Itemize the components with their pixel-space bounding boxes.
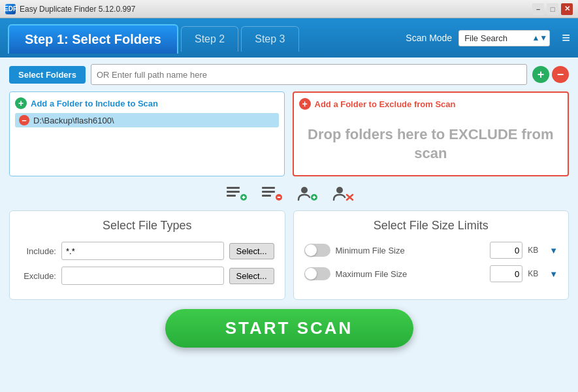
add-exclude-label: Add a Folder to Exclude from Scan xyxy=(315,99,456,109)
svg-rect-5 xyxy=(243,196,244,199)
file-size-title: Select File Size Limits xyxy=(304,219,558,233)
include-select-button[interactable]: Select... xyxy=(229,243,274,259)
include-field-row: Include: Select... xyxy=(20,242,274,260)
main-content: Select Folders + − + Add a Folder to Inc… xyxy=(0,57,578,392)
remove-user-button[interactable] xyxy=(330,183,355,204)
add-list-icon xyxy=(225,184,248,203)
tab-step1[interactable]: Step 1: Select Folders xyxy=(8,24,178,54)
add-folder-icon[interactable]: + xyxy=(532,66,549,83)
scan-mode-wrapper: File Search Music Search Image Search Do… xyxy=(458,30,550,46)
include-label: Include: xyxy=(20,246,56,256)
max-size-toggle-knob xyxy=(305,268,317,280)
add-include-label: Add a Folder to Include to Scan xyxy=(31,99,158,108)
exclude-drop-zone: Drop folders here to EXCLUDE from scan xyxy=(299,114,563,163)
exclude-field-row: Exclude: Select... xyxy=(20,267,274,285)
remove-user-icon xyxy=(331,184,353,203)
exclude-label: Exclude: xyxy=(20,271,56,281)
svg-rect-10 xyxy=(277,197,280,198)
add-list-button[interactable] xyxy=(224,183,249,204)
svg-point-15 xyxy=(336,187,343,193)
max-size-label: Maximum File Size xyxy=(336,269,485,279)
select-folders-button[interactable]: Select Folders xyxy=(9,66,86,84)
folder-panels: + Add a Folder to Include to Scan − D:\B… xyxy=(9,91,569,176)
header-right: Scan Mode File Search Music Search Image… xyxy=(406,29,570,46)
toolbar-row xyxy=(9,183,569,204)
max-size-toggle[interactable] xyxy=(304,267,330,280)
remove-included-folder-icon[interactable]: − xyxy=(19,115,29,125)
tab-step3[interactable]: Step 3 xyxy=(241,26,298,52)
scan-row: START SCAN xyxy=(9,309,569,348)
svg-point-11 xyxy=(301,187,308,193)
max-size-arrow-icon[interactable]: ▼ xyxy=(549,269,558,279)
min-size-row: Minimum File Size KB ▼ xyxy=(304,242,558,259)
svg-rect-1 xyxy=(227,191,240,193)
exclude-panel: + Add a Folder to Exclude from Scan Drop… xyxy=(293,91,570,176)
svg-rect-6 xyxy=(262,187,275,189)
file-types-box: Select File Types Include: Select... Exc… xyxy=(9,210,285,300)
max-size-input[interactable] xyxy=(490,265,522,282)
app-icon: EDF xyxy=(5,4,16,14)
min-size-toggle-knob xyxy=(305,244,317,256)
min-size-arrow-icon[interactable]: ▼ xyxy=(549,246,558,255)
scan-mode-label: Scan Mode xyxy=(406,33,452,43)
file-size-box: Select File Size Limits Minimum File Siz… xyxy=(293,210,570,300)
minimize-button[interactable]: – xyxy=(532,3,544,15)
folder-path-input[interactable] xyxy=(91,64,527,85)
remove-folder-icon[interactable]: − xyxy=(552,66,569,83)
app-title: Easy Duplicate Finder 5.12.0.997 xyxy=(20,5,135,14)
add-exclude-folder-row[interactable]: + Add a Folder to Exclude from Scan xyxy=(299,98,563,110)
svg-rect-14 xyxy=(313,196,315,199)
svg-rect-8 xyxy=(262,195,271,197)
window-controls: – □ ✕ xyxy=(532,3,573,15)
min-size-unit: KB xyxy=(528,246,544,255)
included-folder-item[interactable]: − D:\Backup\flash6100\ xyxy=(15,113,279,127)
max-size-unit: KB xyxy=(528,269,544,278)
add-exclude-icon: + xyxy=(299,98,311,110)
file-types-title: Select File Types xyxy=(20,219,274,233)
start-scan-button[interactable]: START SCAN xyxy=(165,309,413,348)
folder-bar: Select Folders + − xyxy=(9,64,569,85)
scan-mode-select[interactable]: File Search Music Search Image Search Do… xyxy=(458,30,550,46)
add-include-icon: + xyxy=(15,97,27,109)
maximize-button[interactable]: □ xyxy=(547,3,558,15)
remove-list-icon xyxy=(261,184,283,203)
included-folder-path: D:\Backup\flash6100\ xyxy=(33,116,114,125)
svg-rect-7 xyxy=(262,191,275,193)
remove-list-button[interactable] xyxy=(259,183,284,204)
max-size-row: Maximum File Size KB ▼ xyxy=(304,265,558,282)
svg-rect-0 xyxy=(227,187,240,189)
header: Step 1: Select Folders Step 2 Step 3 Sca… xyxy=(0,18,578,57)
exclude-select-button[interactable]: Select... xyxy=(229,268,274,284)
tab-step2[interactable]: Step 2 xyxy=(181,26,238,52)
add-user-button[interactable] xyxy=(295,183,319,204)
folder-bar-icons: + − xyxy=(532,66,569,83)
min-size-input[interactable] xyxy=(490,242,522,259)
svg-rect-2 xyxy=(227,195,236,197)
exclude-input[interactable] xyxy=(61,267,224,285)
min-size-toggle[interactable] xyxy=(304,244,330,257)
close-button[interactable]: ✕ xyxy=(561,3,573,15)
add-include-folder-row[interactable]: + Add a Folder to Include to Scan xyxy=(15,97,279,109)
min-size-label: Minimum File Size xyxy=(336,246,485,255)
bottom-section: Select File Types Include: Select... Exc… xyxy=(9,210,569,300)
menu-icon[interactable]: ≡ xyxy=(562,29,570,46)
include-panel: + Add a Folder to Include to Scan − D:\B… xyxy=(9,91,285,176)
add-user-icon xyxy=(296,184,318,203)
title-bar: EDF Easy Duplicate Finder 5.12.0.997 – □… xyxy=(0,0,578,18)
include-input[interactable] xyxy=(61,242,224,260)
